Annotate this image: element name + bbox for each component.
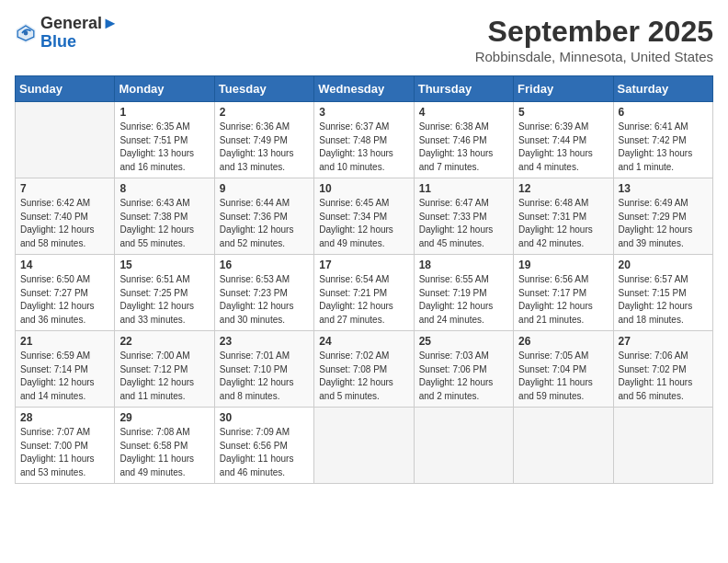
page-header: General► Blue September 2025 Robbinsdale…: [15, 15, 713, 64]
calendar-header-friday: Friday: [514, 76, 613, 102]
calendar-cell: [16, 102, 115, 178]
calendar-week-5: 28Sunrise: 7:07 AM Sunset: 7:00 PM Dayli…: [16, 408, 713, 484]
calendar-header-tuesday: Tuesday: [214, 76, 313, 102]
calendar-cell: 30Sunrise: 7:09 AM Sunset: 6:56 PM Dayli…: [214, 408, 313, 484]
day-info: Sunrise: 7:02 AM Sunset: 7:08 PM Dayligh…: [319, 350, 408, 403]
logo-blue: Blue: [40, 33, 119, 52]
day-number: 13: [619, 182, 708, 195]
calendar-cell: 5Sunrise: 6:39 AM Sunset: 7:44 PM Daylig…: [514, 102, 613, 178]
day-number: 16: [220, 259, 309, 271]
day-info: Sunrise: 6:35 AM Sunset: 7:51 PM Dayligh…: [119, 121, 209, 174]
calendar-week-3: 14Sunrise: 6:50 AM Sunset: 7:27 PM Dayli…: [16, 255, 713, 331]
calendar-cell: 23Sunrise: 7:01 AM Sunset: 7:10 PM Dayli…: [214, 331, 313, 408]
day-info: Sunrise: 6:55 AM Sunset: 7:19 PM Dayligh…: [419, 273, 508, 327]
day-info: Sunrise: 7:00 AM Sunset: 7:12 PM Dayligh…: [119, 350, 209, 403]
day-number: 4: [419, 106, 508, 119]
calendar-cell: 9Sunrise: 6:44 AM Sunset: 7:36 PM Daylig…: [214, 178, 313, 255]
day-number: 1: [119, 106, 209, 119]
day-number: 3: [319, 106, 408, 119]
calendar-cell: 22Sunrise: 7:00 AM Sunset: 7:12 PM Dayli…: [115, 331, 214, 408]
calendar-cell: 15Sunrise: 6:51 AM Sunset: 7:25 PM Dayli…: [115, 255, 214, 331]
day-number: 12: [518, 182, 608, 195]
day-number: 7: [20, 182, 109, 195]
calendar-cell: 10Sunrise: 6:45 AM Sunset: 7:34 PM Dayli…: [314, 178, 414, 255]
day-info: Sunrise: 6:41 AM Sunset: 7:42 PM Dayligh…: [619, 121, 708, 174]
day-info: Sunrise: 6:48 AM Sunset: 7:31 PM Dayligh…: [518, 197, 608, 250]
calendar-cell: 20Sunrise: 6:57 AM Sunset: 7:15 PM Dayli…: [613, 255, 712, 331]
calendar-header-monday: Monday: [115, 76, 214, 102]
day-info: Sunrise: 6:47 AM Sunset: 7:33 PM Dayligh…: [419, 197, 508, 250]
calendar-cell: 26Sunrise: 7:05 AM Sunset: 7:04 PM Dayli…: [514, 331, 613, 408]
svg-point-2: [24, 30, 28, 35]
day-info: Sunrise: 7:06 AM Sunset: 7:02 PM Dayligh…: [619, 350, 708, 403]
day-number: 6: [619, 106, 708, 119]
day-info: Sunrise: 6:36 AM Sunset: 7:49 PM Dayligh…: [220, 121, 309, 174]
calendar-cell: 16Sunrise: 6:53 AM Sunset: 7:23 PM Dayli…: [214, 255, 313, 331]
day-info: Sunrise: 6:38 AM Sunset: 7:46 PM Dayligh…: [419, 121, 508, 174]
day-number: 19: [518, 259, 608, 271]
day-number: 5: [518, 106, 608, 119]
day-info: Sunrise: 6:43 AM Sunset: 7:38 PM Dayligh…: [119, 197, 209, 250]
day-info: Sunrise: 6:39 AM Sunset: 7:44 PM Dayligh…: [518, 121, 608, 174]
day-number: 21: [20, 335, 109, 348]
calendar-cell: [514, 408, 613, 484]
calendar-cell: 21Sunrise: 6:59 AM Sunset: 7:14 PM Dayli…: [16, 331, 115, 408]
title-block: September 2025 Robbinsdale, Minnesota, U…: [475, 15, 713, 64]
calendar-cell: 24Sunrise: 7:02 AM Sunset: 7:08 PM Dayli…: [314, 331, 414, 408]
calendar-cell: 7Sunrise: 6:42 AM Sunset: 7:40 PM Daylig…: [16, 178, 115, 255]
day-number: 14: [20, 259, 109, 271]
day-number: 22: [119, 335, 209, 348]
calendar-week-1: 1Sunrise: 6:35 AM Sunset: 7:51 PM Daylig…: [16, 102, 713, 178]
day-number: 25: [419, 335, 508, 348]
logo-general: General: [40, 14, 102, 32]
day-number: 20: [619, 259, 708, 271]
day-info: Sunrise: 7:05 AM Sunset: 7:04 PM Dayligh…: [518, 350, 608, 403]
logo-icon: [15, 22, 37, 44]
logo: General► Blue: [15, 15, 119, 52]
calendar-cell: 14Sunrise: 6:50 AM Sunset: 7:27 PM Dayli…: [16, 255, 115, 331]
calendar-cell: 1Sunrise: 6:35 AM Sunset: 7:51 PM Daylig…: [115, 102, 214, 178]
calendar-cell: 13Sunrise: 6:49 AM Sunset: 7:29 PM Dayli…: [613, 178, 712, 255]
calendar-week-2: 7Sunrise: 6:42 AM Sunset: 7:40 PM Daylig…: [16, 178, 713, 255]
calendar-cell: 28Sunrise: 7:07 AM Sunset: 7:00 PM Dayli…: [16, 408, 115, 484]
day-info: Sunrise: 6:50 AM Sunset: 7:27 PM Dayligh…: [20, 273, 109, 327]
day-number: 17: [319, 259, 408, 271]
day-number: 9: [220, 182, 309, 195]
day-info: Sunrise: 6:53 AM Sunset: 7:23 PM Dayligh…: [220, 273, 309, 327]
calendar-cell: 4Sunrise: 6:38 AM Sunset: 7:46 PM Daylig…: [414, 102, 513, 178]
day-number: 23: [220, 335, 309, 348]
day-info: Sunrise: 6:49 AM Sunset: 7:29 PM Dayligh…: [619, 197, 708, 250]
day-info: Sunrise: 7:03 AM Sunset: 7:06 PM Dayligh…: [419, 350, 508, 403]
calendar-cell: 19Sunrise: 6:56 AM Sunset: 7:17 PM Dayli…: [514, 255, 613, 331]
calendar-cell: [613, 408, 712, 484]
day-number: 11: [419, 182, 508, 195]
day-number: 28: [20, 411, 109, 424]
day-number: 24: [319, 335, 408, 348]
calendar-cell: [314, 408, 414, 484]
calendar-cell: 3Sunrise: 6:37 AM Sunset: 7:48 PM Daylig…: [314, 102, 414, 178]
day-info: Sunrise: 6:54 AM Sunset: 7:21 PM Dayligh…: [319, 273, 408, 327]
location-subtitle: Robbinsdale, Minnesota, United States: [475, 49, 713, 64]
day-number: 27: [619, 335, 708, 348]
calendar-header-row: SundayMondayTuesdayWednesdayThursdayFrid…: [16, 76, 713, 102]
calendar-cell: 29Sunrise: 7:08 AM Sunset: 6:58 PM Dayli…: [115, 408, 214, 484]
day-number: 2: [220, 106, 309, 119]
day-info: Sunrise: 6:37 AM Sunset: 7:48 PM Dayligh…: [319, 121, 408, 174]
day-number: 8: [119, 182, 209, 195]
calendar-cell: [414, 408, 513, 484]
calendar-cell: 6Sunrise: 6:41 AM Sunset: 7:42 PM Daylig…: [613, 102, 712, 178]
day-number: 15: [119, 259, 209, 271]
calendar-cell: 12Sunrise: 6:48 AM Sunset: 7:31 PM Dayli…: [514, 178, 613, 255]
calendar-cell: 25Sunrise: 7:03 AM Sunset: 7:06 PM Dayli…: [414, 331, 513, 408]
calendar-cell: 17Sunrise: 6:54 AM Sunset: 7:21 PM Dayli…: [314, 255, 414, 331]
calendar-header-thursday: Thursday: [414, 76, 513, 102]
calendar-cell: 2Sunrise: 6:36 AM Sunset: 7:49 PM Daylig…: [214, 102, 313, 178]
day-info: Sunrise: 7:01 AM Sunset: 7:10 PM Dayligh…: [220, 350, 309, 403]
day-number: 26: [518, 335, 608, 348]
day-number: 29: [119, 411, 209, 424]
calendar-header-wednesday: Wednesday: [314, 76, 414, 102]
day-number: 18: [419, 259, 508, 271]
day-info: Sunrise: 6:57 AM Sunset: 7:15 PM Dayligh…: [619, 273, 708, 327]
calendar-cell: 11Sunrise: 6:47 AM Sunset: 7:33 PM Dayli…: [414, 178, 513, 255]
day-info: Sunrise: 6:56 AM Sunset: 7:17 PM Dayligh…: [518, 273, 608, 327]
